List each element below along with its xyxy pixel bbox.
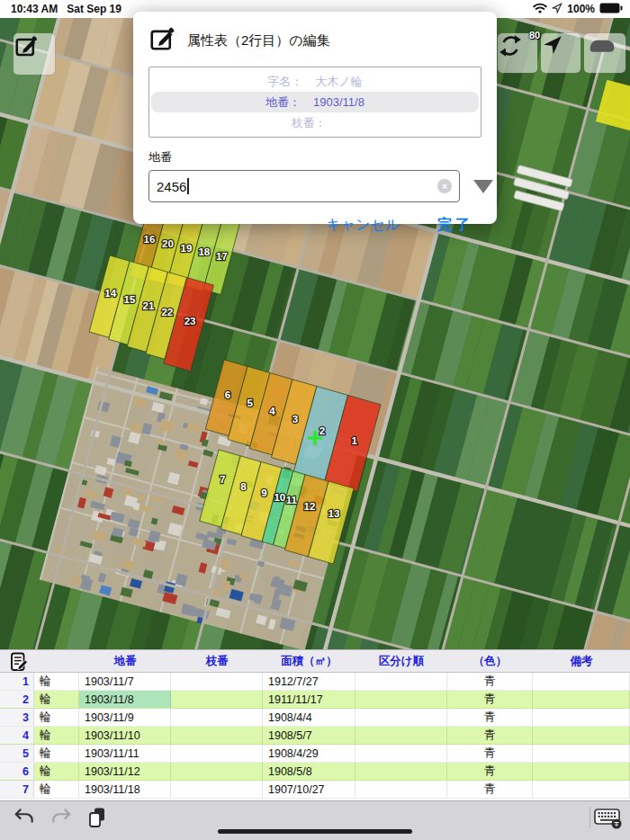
cell-aza[interactable]: 輪 [34,781,79,798]
table-row[interactable]: 7輪1903/11/181907/10/27青 [0,781,630,799]
cell-edaban[interactable] [171,709,263,726]
cell-iro[interactable]: 青 [447,709,533,726]
suggestions-dropdown-icon[interactable] [473,180,493,193]
cell-aza[interactable]: 輪 [34,691,79,708]
cell-num[interactable]: 3 [0,709,34,726]
input-field-label: 地番 [148,149,482,165]
cell-aza[interactable]: 輪 [34,727,79,744]
dialog-title: 属性表（2行目）の編集 [187,32,330,49]
cell-edaban[interactable] [171,763,263,780]
undo-button[interactable] [13,806,36,829]
cell-edaban[interactable] [171,727,263,744]
edit-attribute-dialog: 属性表（2行目）の編集 字名： 大木ノ輪 地番： 1903/11/8 枝番： 地… [133,12,497,224]
cell-edaban[interactable] [171,691,263,708]
cell-biko[interactable] [533,781,630,798]
clear-input-icon[interactable]: × [437,179,452,193]
record-row-azana[interactable]: 字名： 大木ノ輪 [151,71,479,92]
cell-aza[interactable]: 輪 [34,709,79,726]
cell-chiban[interactable]: 1903/11/18 [79,781,171,798]
record-row-chiban-selected[interactable]: 地番： 1903/11/8 [151,92,479,112]
cell-kubun[interactable] [356,781,447,798]
cell-biko[interactable] [533,745,630,762]
cell-iro[interactable]: 青 [447,745,533,762]
cell-num[interactable]: 5 [0,745,34,762]
cell-chiban[interactable]: 1903/11/10 [79,727,171,744]
cell-iro[interactable]: 青 [447,727,533,744]
parcel-number-label: 7 [220,474,225,485]
polygon-tool-button[interactable] [584,33,626,73]
cell-iro[interactable]: 青 [447,673,533,690]
parcel-number-label: 19 [181,243,193,254]
cell-iro[interactable]: 青 [447,763,533,780]
cell-chiban[interactable]: 1903/11/12 [79,763,171,780]
cell-chiban[interactable]: 1903/11/11 [79,745,171,762]
cell-iro[interactable]: 青 [447,781,533,798]
cell-menseki[interactable]: 1911/11/17 [263,691,356,708]
redo-button[interactable] [50,806,73,829]
bottom-toolbar [0,800,630,840]
table-row[interactable]: 5輪1903/11/111908/4/29青 [0,745,630,763]
cell-menseki[interactable]: 1912/7/27 [263,673,356,690]
cell-kubun[interactable] [356,763,447,780]
cell-aza[interactable]: 輪 [34,763,79,780]
map-edit-button[interactable] [14,33,55,75]
cell-edaban[interactable] [171,673,263,690]
column-header: 区分け順 [356,654,447,669]
cell-aza[interactable]: 輪 [34,673,79,690]
cell-chiban[interactable]: 1903/11/9 [79,709,171,726]
edit-note-icon[interactable] [8,651,30,675]
cell-menseki[interactable]: 1908/5/7 [263,727,356,744]
cell-num[interactable]: 4 [0,727,34,744]
parcel-number-label: 10 [274,492,285,503]
wifi-icon [533,3,547,16]
cell-biko[interactable] [533,727,630,744]
cell-biko[interactable] [533,691,630,708]
cell-kubun[interactable] [356,727,447,744]
cell-chiban[interactable]: 1903/11/7 [79,673,171,690]
parcel-number-label: 21 [143,300,155,311]
cell-iro[interactable]: 青 [447,691,533,708]
locate-me-button[interactable] [541,33,580,73]
parcel-number-label: 6 [225,389,230,400]
paste-button[interactable] [86,806,108,829]
cell-biko[interactable] [533,763,630,780]
cell-aza[interactable]: 輪 [34,745,79,762]
home-indicator[interactable] [218,829,412,834]
table-row[interactable]: 6輪1903/11/121908/5/8青 [0,763,630,781]
done-button[interactable]: 完了 [437,216,473,235]
table-row[interactable]: 1輪1903/11/71912/7/27青 [0,673,630,691]
table-header-row: 地番枝番面積（㎡）区分け順（色）備考 [0,650,630,673]
cell-biko[interactable] [533,709,630,726]
cell-edaban[interactable] [171,781,263,798]
battery-icon [599,3,623,16]
parcel-number-label: 8 [240,481,247,492]
cell-num[interactable]: 2 [0,691,34,708]
parcel-number-label: 18 [198,246,210,257]
cell-menseki[interactable]: 1908/4/29 [263,745,356,762]
cancel-button[interactable]: キャンセル [326,216,400,235]
record-preview-box: 字名： 大木ノ輪 地番： 1903/11/8 枝番： [148,67,482,138]
table-row[interactable]: 3輪1903/11/91908/4/4青 [0,709,630,727]
parcel-number-label: 1 [351,435,357,446]
cell-menseki[interactable]: 1908/4/4 [263,709,356,726]
parcel-number-label: 20 [162,238,174,249]
dismiss-keyboard-button[interactable] [592,805,623,830]
cell-menseki[interactable]: 1908/5/8 [263,763,356,780]
cell-menseki[interactable]: 1907/10/27 [263,781,356,798]
chiban-input[interactable]: 2456 × [148,170,460,202]
cell-kubun[interactable] [356,709,447,726]
cell-chiban[interactable]: 1903/11/8 [79,691,171,708]
cell-num[interactable]: 7 [0,781,34,798]
cell-edaban[interactable] [171,745,263,762]
cell-num[interactable]: 6 [0,763,34,780]
parcel-number-label: 3 [292,414,298,424]
cell-kubun[interactable] [356,745,447,762]
parcel-number-label: 4 [269,406,275,416]
cell-kubun[interactable] [356,673,447,690]
cell-kubun[interactable] [356,691,447,708]
cell-biko[interactable] [533,673,630,690]
table-row[interactable]: 2輪1903/11/81911/11/17青 [0,691,630,709]
table-row[interactable]: 4輪1903/11/101908/5/7青 [0,727,630,745]
record-row-edaban[interactable]: 枝番： [151,112,479,133]
parcel-number-label: 16 [144,234,156,245]
